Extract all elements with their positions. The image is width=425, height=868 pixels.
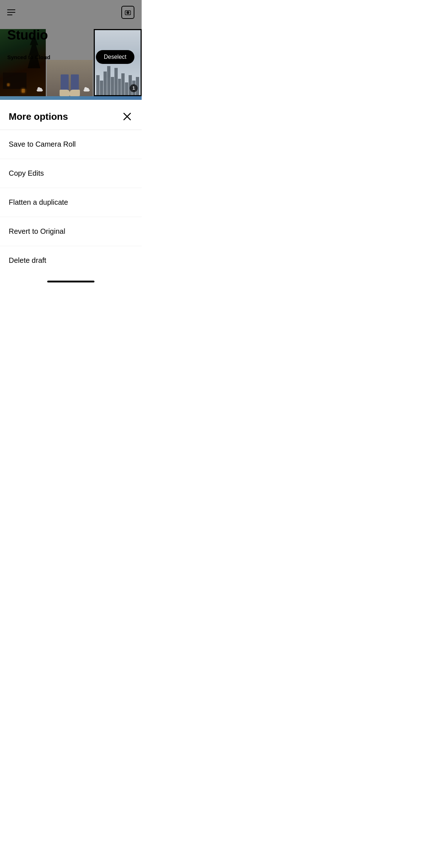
home-bar bbox=[47, 281, 94, 282]
bottom-sheet: More options Save to Camera Roll Copy Ed… bbox=[0, 100, 142, 285]
menu-item-save-camera-roll[interactable]: Save to Camera Roll bbox=[0, 130, 142, 159]
menu-item-revert-original[interactable]: Revert to Original bbox=[0, 217, 142, 246]
top-bar bbox=[0, 0, 142, 25]
deselect-button[interactable]: Deselect bbox=[96, 50, 134, 64]
cloud-badge-2 bbox=[83, 87, 90, 93]
sheet-title: More options bbox=[9, 111, 68, 122]
page-title: Studio bbox=[0, 25, 142, 50]
menu-button[interactable] bbox=[7, 9, 15, 15]
home-indicator bbox=[0, 275, 142, 285]
menu-item-flatten-duplicate[interactable]: Flatten a duplicate bbox=[0, 188, 142, 217]
menu-item-copy-edits[interactable]: Copy Edits bbox=[0, 159, 142, 188]
sync-row: Synced to Cloud Deselect bbox=[0, 50, 142, 71]
svg-point-2 bbox=[128, 12, 128, 13]
selection-badge: 1 bbox=[130, 84, 138, 92]
camera-button[interactable] bbox=[121, 6, 134, 19]
gallery-section: Studio Synced to Cloud Deselect bbox=[0, 0, 142, 96]
sync-label: Synced to Cloud bbox=[7, 54, 50, 60]
cloud-badge-1 bbox=[36, 87, 43, 93]
sheet-header: More options bbox=[0, 100, 142, 130]
gallery-footer-strip bbox=[0, 96, 142, 100]
menu-item-delete-draft[interactable]: Delete draft bbox=[0, 246, 142, 275]
close-button[interactable] bbox=[121, 111, 133, 122]
menu-list: Save to Camera Roll Copy Edits Flatten a… bbox=[0, 130, 142, 275]
